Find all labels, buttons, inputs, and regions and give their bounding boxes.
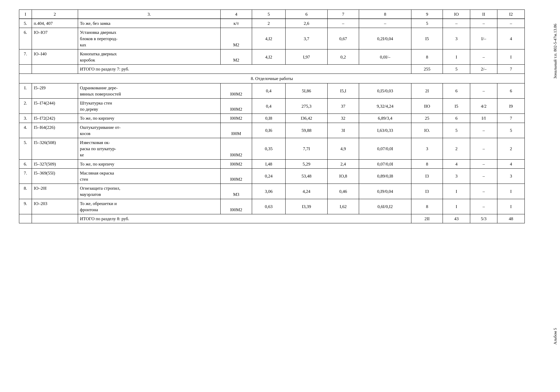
row-col12: 4 (497, 160, 525, 169)
row-col8: 6,89/3,4 (359, 114, 411, 123)
side-text-top: Зональный т.п. 802-5-47м.13.86 (553, 24, 558, 79)
itogo-col9: 255 (411, 64, 443, 73)
row-col11: – (470, 169, 497, 184)
row-col6: 5,29 (285, 160, 327, 169)
table-row: 8. IO–20I Огнезащита стропил,мауэрлатов … (19, 184, 525, 199)
row-num: 6. (19, 160, 32, 169)
row-code: IO–20I (32, 184, 78, 199)
section-header-label: 8. Отделочные работы (19, 74, 525, 83)
row-code: I5–326(508) (32, 138, 78, 160)
row-col11: 4/2 (470, 99, 497, 114)
row-num: 8. (19, 184, 32, 199)
row-col9: 2I (411, 83, 443, 99)
header-col-4: 4 (220, 10, 252, 19)
table-row: I. I5–2I9 Одранкование дере-вянных повер… (19, 83, 525, 99)
row-unit: I00М2 (220, 138, 252, 160)
row-unit: I00М2 (220, 114, 252, 123)
header-col-5: 5 (252, 10, 285, 19)
row-num: 5. (19, 19, 32, 28)
row-code: I5–I74(244) (32, 99, 78, 114)
row-col12: I (497, 49, 525, 64)
row-col11: – (470, 123, 497, 138)
itogo-col11: 5/3 (470, 214, 497, 223)
row-col6: 53,48 (285, 169, 327, 184)
row-col11: – (470, 49, 497, 64)
row-col9: I3 (411, 184, 443, 199)
row-col10: I (443, 199, 470, 214)
row-unit: I00М2 (220, 83, 252, 99)
row-col7: IO,8 (328, 169, 359, 184)
table-row: 5. I5–326(508) Известковая ок-раска по ш… (19, 138, 525, 160)
itogo-label: ИТОГО по разделу 8: руб. (78, 214, 411, 223)
row-col8: – (359, 19, 411, 28)
table-row: 5. п.404, 407 То же, без замка к/т 2 2,6… (19, 19, 525, 28)
row-col7: 0,2 (328, 49, 359, 64)
row-col7: 2,4 (328, 160, 359, 169)
row-col9: 5 (411, 19, 443, 28)
row-code: I5–369(55I) (32, 169, 78, 184)
row-col5: 4,I2 (252, 28, 285, 49)
row-col10: I5 (443, 99, 470, 114)
row-col8: 0,2I/0,04 (359, 28, 411, 49)
itogo-label: ИТОГО по разделу 7: руб. (78, 64, 411, 73)
row-col11: – (470, 160, 497, 169)
row-col9: I3 (411, 169, 443, 184)
row-col7: – (328, 19, 359, 28)
row-col7: 37 (328, 99, 359, 114)
row-desc: Масляная окраскастен (78, 169, 220, 184)
row-col9: I5 (411, 28, 443, 49)
row-col10: – (443, 19, 470, 28)
row-unit: I00М2 (220, 169, 252, 184)
header-col-6: 6 (285, 10, 327, 19)
row-col5: 0,4 (252, 83, 285, 99)
row-col8: 0,07/0,0I (359, 160, 411, 169)
row-col8: 0,0I/– (359, 49, 411, 64)
row-col8: 0,I5/0,03 (359, 83, 411, 99)
row-col10: 3 (443, 169, 470, 184)
itogo-col11: 2/– (470, 64, 497, 73)
header-col-7: 7 (328, 10, 359, 19)
row-col5: 0,63 (252, 199, 285, 214)
row-col12: I9 (497, 99, 525, 114)
row-col10: 6 (443, 114, 470, 123)
row-col6: 5I,86 (285, 83, 327, 99)
row-col6: I3,39 (285, 199, 327, 214)
row-code: п.404, 407 (32, 19, 78, 28)
itogo-empty2 (32, 214, 78, 223)
row-code: IO–I40 (32, 49, 78, 64)
side-text-bottom: Альбом 5 (553, 328, 558, 345)
row-col6: 275,3 (285, 99, 327, 114)
row-col9: IO. (411, 123, 443, 138)
itogo-col9: 2II (411, 214, 443, 223)
itogo-empty2 (32, 64, 78, 73)
row-col7: 0,46 (328, 184, 359, 199)
row-col5: 0,I8 (252, 114, 285, 123)
row-col10: 5 (443, 123, 470, 138)
row-col11: – (470, 19, 497, 28)
row-col5: 3,06 (252, 184, 285, 199)
row-col8: I,63/0,33 (359, 123, 411, 138)
row-col12: 7 (497, 114, 525, 123)
row-col8: 9,32/4,24 (359, 99, 411, 114)
row-col5: I,48 (252, 160, 285, 169)
row-col12: 4 (497, 28, 525, 49)
row-col6: I36,42 (285, 114, 327, 123)
header-col-10: IO (443, 10, 470, 19)
row-col12: I (497, 199, 525, 214)
row-col12: 2 (497, 138, 525, 160)
row-col11: – (470, 184, 497, 199)
row-num: 3. (19, 114, 32, 123)
row-col10: I (443, 184, 470, 199)
row-desc: Штукатурка стенпо дереву (78, 99, 220, 114)
row-col9: IIO (411, 99, 443, 114)
row-desc: Оштукатуривание от-косов (78, 123, 220, 138)
row-col12: 6 (497, 83, 525, 99)
row-desc: Известковая ок-раска по штукатур-ке (78, 138, 220, 160)
row-col10: I (443, 49, 470, 64)
row-col11: – (470, 199, 497, 214)
row-unit: М3 (220, 184, 252, 199)
row-col6: 7,7I (285, 138, 327, 160)
row-col11: – (470, 83, 497, 99)
row-col11: I/– (470, 28, 497, 49)
header-col-2: 2 (32, 10, 78, 19)
